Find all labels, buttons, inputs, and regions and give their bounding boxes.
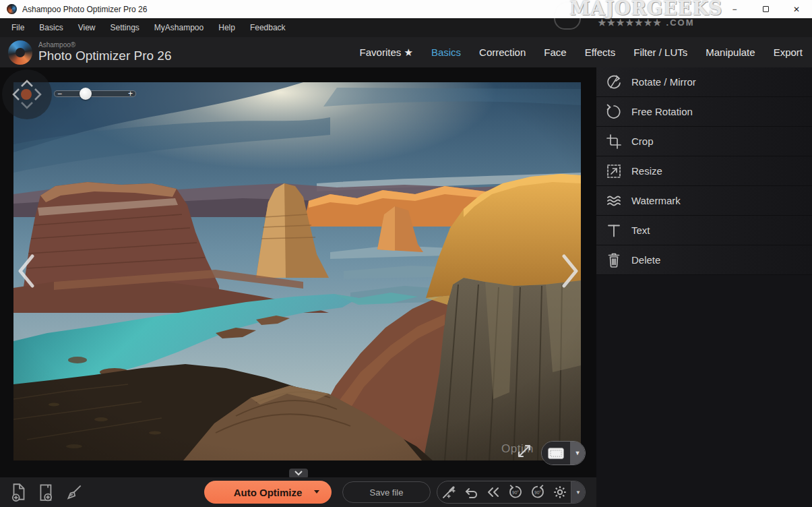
tab-effects[interactable]: Effects — [585, 47, 616, 58]
tab-face[interactable]: Face — [544, 47, 566, 58]
sidebar-item-label: Watermark — [631, 195, 681, 206]
rotate-mirror-icon — [605, 73, 623, 91]
menu-myashampoo[interactable]: MyAshampoo — [147, 18, 211, 37]
file-actions — [8, 481, 85, 503]
main-tabs: Favorites ★ Basics Correction Face Effec… — [360, 47, 803, 59]
sidebar-item-watermark[interactable]: Watermark — [596, 186, 812, 216]
sidebar-item-label: Delete — [631, 254, 660, 266]
sidebar-item-label: Rotate / Mirror — [631, 76, 696, 88]
free-rotation-icon — [605, 103, 623, 121]
fullscreen-expand-icon[interactable] — [516, 443, 532, 459]
quick-tools-dropdown[interactable]: ▼ — [571, 481, 585, 503]
zoom-slider-thumb[interactable] — [80, 88, 92, 100]
rotate-right-button[interactable]: 90° — [526, 481, 549, 503]
undo-all-button[interactable] — [482, 481, 504, 503]
brand: Ashampoo® Photo Optimizer Pro 26 — [38, 42, 171, 62]
crop-icon — [605, 133, 623, 150]
menu-feedback[interactable]: Feedback — [243, 18, 293, 37]
sidebar-item-text[interactable]: Text — [596, 216, 812, 245]
canvas-area: − + Optim ▼ — [0, 67, 596, 507]
collapse-toolbar-button[interactable] — [289, 469, 308, 478]
single-view-button[interactable] — [542, 442, 570, 465]
sidebar-item-label: Free Rotation — [631, 106, 693, 117]
add-folder-button[interactable] — [36, 481, 57, 503]
app-icon — [7, 4, 17, 14]
menu-view[interactable]: View — [71, 18, 103, 37]
save-file-label: Save file — [370, 487, 404, 498]
svg-text:90°: 90° — [512, 490, 519, 495]
auto-optimize-label: Auto Optimize — [234, 487, 303, 498]
resize-icon — [605, 162, 623, 180]
menu-file[interactable]: File — [4, 18, 32, 37]
delete-icon — [605, 251, 623, 269]
next-image-button[interactable] — [561, 254, 579, 289]
maximize-button[interactable] — [750, 0, 781, 18]
auto-optimize-button[interactable]: Auto Optimize — [204, 481, 332, 504]
auto-optimize-dropdown-icon[interactable] — [314, 490, 319, 494]
settings-button[interactable] — [549, 481, 571, 503]
header: Ashampoo® Photo Optimizer Pro 26 Favorit… — [0, 37, 812, 67]
add-file-button[interactable] — [8, 481, 30, 503]
zoom-slider[interactable]: − + — [54, 88, 136, 100]
view-mode-dropdown[interactable]: ▼ — [570, 442, 585, 465]
zoom-slider-track[interactable] — [54, 90, 136, 97]
undo-all-icon — [489, 488, 493, 496]
main-area: − + Optim ▼ — [0, 67, 812, 507]
menu-settings[interactable]: Settings — [102, 18, 146, 37]
watermark-icon — [605, 192, 623, 210]
maximize-icon — [763, 6, 769, 12]
tab-filter-luts[interactable]: Filter / LUTs — [633, 47, 687, 58]
tools-sidebar: Rotate / Mirror Free Rotation Crop — [596, 67, 812, 507]
menubar: File Basics View Settings MyAshampoo Hel… — [0, 18, 812, 37]
sidebar-item-rotate-mirror[interactable]: Rotate / Mirror — [596, 67, 812, 97]
save-file-button[interactable]: Save file — [342, 481, 431, 503]
photo-canvas[interactable] — [13, 82, 581, 460]
tab-export[interactable]: Export — [774, 47, 803, 58]
close-button[interactable]: ✕ — [781, 0, 812, 18]
magic-wand-button[interactable] — [437, 481, 460, 503]
sidebar-item-label: Crop — [631, 136, 654, 147]
ashampoo-logo-icon — [8, 40, 32, 65]
chevron-left-icon — [20, 256, 32, 286]
tab-correction[interactable]: Correction — [479, 47, 526, 58]
pan-center-dot — [21, 89, 32, 100]
sidebar-item-label: Text — [631, 225, 650, 236]
chevron-right-icon — [564, 256, 576, 286]
previous-image-button[interactable] — [18, 254, 35, 289]
sidebar-item-crop[interactable]: Crop — [596, 127, 812, 156]
zoom-in-button[interactable]: + — [128, 88, 133, 100]
sidebar-item-free-rotation[interactable]: Free Rotation — [596, 97, 812, 127]
quick-tools-group: 90° 90° ▼ — [437, 481, 586, 504]
sidebar-item-delete[interactable]: Delete — [596, 245, 812, 275]
sidebar-item-resize[interactable]: Resize — [596, 156, 812, 186]
tab-manipulate[interactable]: Manipulate — [706, 47, 755, 58]
page-title: Photo Optimizer Pro 26 — [38, 49, 171, 63]
tab-basics[interactable]: Basics — [431, 47, 461, 58]
minimize-button[interactable]: − — [719, 0, 750, 18]
gear-icon — [557, 490, 561, 494]
zoom-out-button[interactable]: − — [57, 88, 62, 100]
undo-button[interactable] — [460, 481, 482, 503]
titlebar: Ashampoo Photo Optimizer Pro 26 − ✕ — [0, 0, 812, 18]
svg-text:90°: 90° — [534, 490, 541, 495]
window-controls: − ✕ — [719, 0, 812, 18]
menu-basics[interactable]: Basics — [32, 18, 70, 37]
bottom-toolbar: Auto Optimize Save file — [0, 477, 596, 507]
clear-list-button[interactable] — [63, 481, 85, 503]
text-icon — [605, 222, 623, 239]
broom-icon — [74, 485, 81, 492]
chevron-down-icon — [295, 471, 302, 475]
menu-help[interactable]: Help — [211, 18, 243, 37]
view-mode-control[interactable]: ▼ — [541, 441, 586, 465]
rotate-left-button[interactable]: 90° — [504, 481, 526, 503]
pan-navigator[interactable] — [1, 69, 53, 120]
tab-favorites[interactable]: Favorites ★ — [360, 47, 413, 59]
window-title: Ashampoo Photo Optimizer Pro 26 — [22, 5, 147, 14]
sidebar-item-label: Resize — [631, 165, 662, 177]
